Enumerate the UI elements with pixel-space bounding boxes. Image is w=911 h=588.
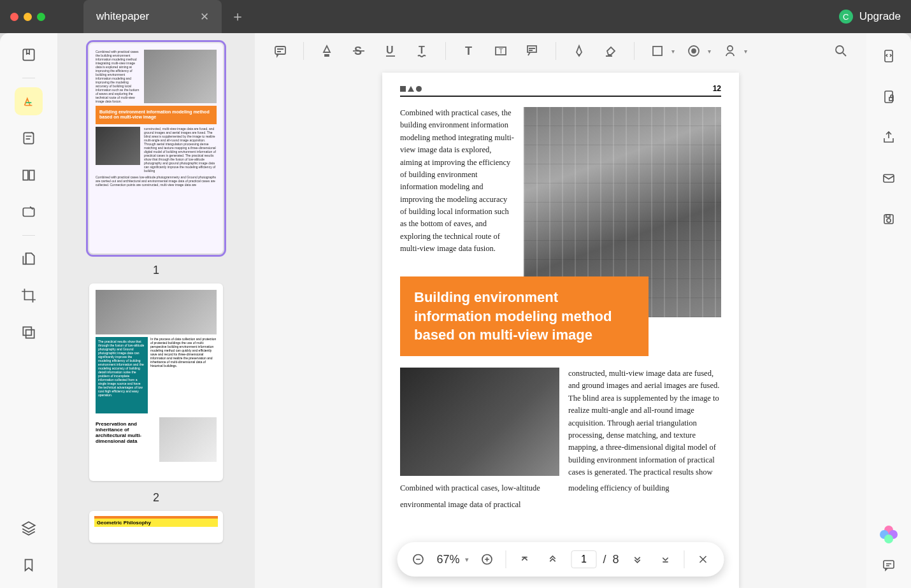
app-body: Combined with practical cases the buildi… xyxy=(0,33,911,588)
thumbnail-page-2[interactable]: The practical results show that through … xyxy=(89,283,223,481)
separator xyxy=(506,550,506,568)
svg-text:T: T xyxy=(499,47,503,55)
note-tool-button[interactable] xyxy=(15,124,43,152)
close-bar-button[interactable] xyxy=(694,550,713,569)
document-canvas[interactable]: 12 Combined with practical cases, the bu… xyxy=(255,69,866,588)
app-logo-icon[interactable] xyxy=(880,526,898,543)
svg-rect-1 xyxy=(24,133,33,143)
close-window-icon[interactable] xyxy=(10,13,18,21)
thumb-image xyxy=(144,50,217,103)
comment-tool-button[interactable] xyxy=(268,38,293,64)
layers-button[interactable] xyxy=(15,514,43,542)
view-controls-bar: 67%▾ / 8 xyxy=(397,542,724,577)
thumb-text: Combined with practical cases low-altitu… xyxy=(96,175,217,187)
svg-rect-31 xyxy=(884,561,894,568)
thumb-heading: Geometric Philosophy xyxy=(94,516,218,527)
protect-button[interactable] xyxy=(875,83,903,111)
pen-tool-button[interactable] xyxy=(566,38,592,64)
page-number: 12 xyxy=(713,84,721,93)
page-separator: / xyxy=(603,553,606,566)
stamp-tool-dropdown[interactable]: ▾ xyxy=(681,38,711,64)
thumbnails-panel: Combined with practical cases the buildi… xyxy=(57,33,255,588)
close-tab-icon[interactable]: ✕ xyxy=(200,10,209,24)
extract-tool-button[interactable] xyxy=(15,319,43,347)
convert-button[interactable] xyxy=(875,42,903,70)
share-button[interactable] xyxy=(875,124,903,152)
first-page-button[interactable] xyxy=(515,550,534,569)
crop-tool-button[interactable] xyxy=(15,282,43,310)
zoom-in-button[interactable] xyxy=(478,550,497,569)
center-panel: S U T T T ▾ ▾ ▾ 12 xyxy=(255,33,866,588)
current-page-input[interactable] xyxy=(571,550,597,568)
svg-rect-3 xyxy=(29,170,34,180)
callout-tool-button[interactable] xyxy=(520,38,545,64)
document-tab[interactable]: whitepaper ✕ xyxy=(83,0,222,33)
thumb-text: Combined with practical cases the buildi… xyxy=(96,50,140,103)
bookmark-button[interactable] xyxy=(15,551,43,579)
separator xyxy=(22,78,35,78)
svg-rect-24 xyxy=(885,50,893,62)
eraser-tool-button[interactable] xyxy=(598,38,624,64)
compare-tool-button[interactable] xyxy=(15,161,43,189)
svg-text:U: U xyxy=(386,45,394,55)
add-tab-icon[interactable]: ＋ xyxy=(231,7,245,26)
page-header-shapes-icon xyxy=(400,84,422,93)
body-paragraph: constructed, multi-view image data are f… xyxy=(568,368,721,478)
svg-rect-30 xyxy=(886,215,890,217)
document-page: 12 Combined with practical cases, the bu… xyxy=(382,73,739,588)
thumb-image xyxy=(96,290,217,334)
maximize-window-icon[interactable] xyxy=(37,13,45,21)
squiggly-button[interactable]: T xyxy=(410,38,435,64)
save-button[interactable] xyxy=(875,205,903,233)
user-avatar[interactable]: C xyxy=(839,10,853,24)
svg-rect-16 xyxy=(527,46,536,52)
svg-rect-27 xyxy=(884,175,894,182)
textbox-tool-button[interactable]: T xyxy=(488,38,513,64)
email-button[interactable] xyxy=(875,164,903,192)
thumb-number: 2 xyxy=(153,491,159,505)
article-title-banner: Building environment information modelin… xyxy=(400,276,649,356)
svg-rect-5 xyxy=(23,327,31,335)
underline-button[interactable]: U xyxy=(378,38,403,64)
last-page-button[interactable] xyxy=(656,550,675,569)
titlebar: whitepaper ✕ ＋ C Upgrade xyxy=(0,0,911,33)
pages-tool-button[interactable] xyxy=(15,245,43,273)
thumbnail-page-1[interactable]: Combined with practical cases the buildi… xyxy=(89,43,223,254)
right-toolbar xyxy=(866,33,911,588)
svg-point-29 xyxy=(887,219,891,222)
highlight-tool-button[interactable] xyxy=(15,87,43,115)
person-at-computer-image xyxy=(400,368,559,476)
tab-title: whitepaper xyxy=(96,10,149,23)
thumb-image xyxy=(96,127,140,165)
page-indicator: / 8 xyxy=(571,550,619,568)
text-tool-button[interactable]: T xyxy=(456,38,482,64)
upgrade-button[interactable]: Upgrade xyxy=(859,10,901,23)
svg-rect-7 xyxy=(275,47,285,54)
separator xyxy=(556,42,556,60)
zoom-level-dropdown[interactable]: 67%▾ xyxy=(436,553,468,566)
highlight-marker-button[interactable] xyxy=(314,38,340,64)
left-toolbar xyxy=(0,33,57,588)
svg-rect-0 xyxy=(23,49,34,60)
search-button[interactable] xyxy=(828,38,854,64)
thumbnail-page-3[interactable]: Geometric Philosophy xyxy=(89,511,223,543)
minimize-window-icon[interactable] xyxy=(24,13,32,21)
strikethrough-button[interactable]: S xyxy=(346,38,371,64)
chat-button[interactable] xyxy=(875,551,903,579)
separator xyxy=(445,42,446,60)
zoom-out-button[interactable] xyxy=(408,550,427,569)
signature-tool-dropdown[interactable]: ▾ xyxy=(717,38,747,64)
edit-tool-button[interactable] xyxy=(15,198,43,226)
annotation-toolbar: S U T T T ▾ ▾ ▾ xyxy=(255,33,866,69)
thumb-number: 1 xyxy=(153,264,159,277)
next-page-button[interactable] xyxy=(628,550,647,569)
shape-tool-dropdown[interactable]: ▾ xyxy=(645,38,675,64)
svg-point-21 xyxy=(836,46,843,54)
bookmarks-panel-button[interactable] xyxy=(15,41,43,69)
thumb-heading: Preservation and inheritance of architec… xyxy=(96,421,154,444)
svg-text:T: T xyxy=(465,45,472,57)
total-pages: 8 xyxy=(613,553,619,566)
body-paragraph: modeling efficiency of building xyxy=(568,482,721,494)
previous-page-button[interactable] xyxy=(543,550,563,569)
body-paragraph: Combined with practical cases, low-altit… xyxy=(400,482,559,494)
